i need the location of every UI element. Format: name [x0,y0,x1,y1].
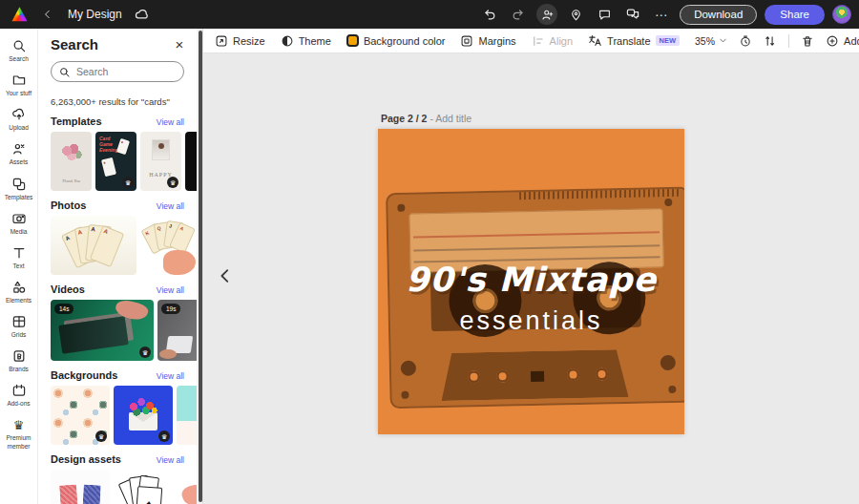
sidebar-item-text[interactable]: Text [0,240,38,274]
redo-icon[interactable] [508,4,529,25]
premium-crown-badge-icon [139,346,151,358]
view-all-design-assets-link[interactable]: View all [157,455,184,465]
video-thumb-card-shuffle[interactable]: 14s [51,300,154,361]
photo-thumb-fanned-cards[interactable]: A A A A [51,216,136,275]
background-color-swatch-icon [346,34,359,47]
add-collaborator-icon[interactable] [536,4,557,25]
template-thumb-happy[interactable]: HAPPY [140,132,181,191]
view-all-backgrounds-link[interactable]: View all [157,371,184,381]
view-all-photos-link[interactable]: View all [157,201,184,211]
sidebar-item-elements[interactable]: Elements [0,274,38,308]
app-logo-icon[interactable] [11,7,28,23]
search-input[interactable] [51,61,184,82]
resize-button[interactable]: Resize [215,34,265,48]
flowers-art [127,397,159,416]
asset-thumb-hand[interactable] [177,470,197,504]
video-thumb-laptop[interactable]: 19s [157,300,197,361]
timer-icon [739,34,752,48]
topbar-actions: Download Share [479,4,851,25]
sidebar-item-addons[interactable]: Add-ons [0,377,38,411]
premium-crown-badge-icon [122,177,134,188]
theme-button[interactable]: Theme [281,34,331,48]
add-circle-icon [826,34,839,48]
template-thumb-flower[interactable]: Thank You [51,132,92,191]
search-box [51,61,184,82]
comment-icon[interactable] [594,4,615,25]
toolbar-divider [788,34,789,48]
sidebar-item-your-stuff[interactable]: Your stuff [0,67,38,101]
photo-art [152,139,170,160]
margins-button[interactable]: Margins [460,34,515,48]
asset-thumb-bw-cards[interactable] [114,470,173,504]
sidebar-item-grids[interactable]: Grids [0,308,38,343]
hand-art [163,250,196,275]
artboard-subtitle-text[interactable]: essentials [378,306,684,336]
crown-icon [10,416,28,433]
design-artboard[interactable]: 90's Mixtape essentials [378,129,684,434]
results-count: 6,263,000+ results for "cards" [51,96,197,107]
sidebar-item-assets[interactable]: Assets [0,136,38,170]
document-title[interactable]: My Design [68,8,122,21]
search-icon [10,37,28,54]
sidebar-item-templates[interactable]: Templates [0,171,38,205]
translate-button[interactable]: Translate NEW [588,33,680,48]
premium-crown-badge-icon [95,430,107,442]
more-options-icon[interactable] [651,4,672,25]
section-title-templates: Templates [51,116,102,127]
sidebar-item-premium[interactable]: Premium member [0,411,38,453]
align-button[interactable]: Align [532,34,573,48]
app-root: My Design Download Sh [0,0,859,504]
arrange-icon [764,34,777,48]
hand-art [159,349,177,359]
premium-crown-badge-icon [167,177,178,188]
background-color-button[interactable]: Background color [346,34,446,47]
section-title-backgrounds: Backgrounds [51,369,117,381]
duration-button[interactable] [739,34,752,48]
chat-bubbles-icon[interactable] [622,4,643,25]
zoom-control[interactable]: 35% [695,35,727,47]
trash-icon [801,34,814,48]
media-icon [10,210,28,227]
background-thumb-envelope-flowers[interactable] [114,386,173,445]
page-label[interactable]: Page 2 / 2 - Add title [381,113,471,124]
sidebar-item-brands[interactable]: Brands [0,343,38,377]
user-avatar[interactable] [832,5,851,24]
videos-row: 14s 19s [51,300,197,361]
template-thumb-dark[interactable] [185,132,197,191]
panel-scrollbar-thumb[interactable] [199,31,202,502]
back-chevron-icon[interactable] [37,4,58,25]
section-title-videos: Videos [51,284,85,295]
design-assets-row [51,470,197,504]
asset-thumb-card-backs[interactable] [51,470,110,504]
hand-art [179,481,197,504]
close-icon[interactable] [172,37,187,52]
cloud-sync-icon[interactable] [132,4,153,25]
view-all-templates-link[interactable]: View all [157,117,184,127]
sidebar-item-upload[interactable]: Upload [0,101,38,136]
section-title-design-assets: Design assets [51,453,121,465]
template-thumb-card-game[interactable]: Card Game Evening ♦ ♦ [95,132,136,191]
panel-scrollbar[interactable] [197,29,203,504]
new-badge: NEW [656,35,681,46]
background-thumb-pattern[interactable] [51,386,110,445]
arrange-pages-button[interactable] [764,34,777,48]
location-pin-icon[interactable] [565,4,586,25]
sidebar-item-search[interactable]: Search [0,32,38,67]
undo-icon[interactable] [479,4,500,25]
view-all-videos-link[interactable]: View all [157,285,184,295]
flower-art [60,143,83,162]
previous-page-chevron-icon[interactable] [215,265,236,286]
delete-page-button[interactable] [801,34,814,48]
add-page-button[interactable]: Add [826,34,859,48]
download-button[interactable]: Download [680,5,757,25]
background-thumb-town[interactable] [177,386,197,445]
photo-thumb-hand-cards[interactable]: K Q J A [140,216,197,275]
artboard-title-text[interactable]: 90's Mixtape [378,261,684,299]
canvas-area: Resize Theme Background color Margins Al… [203,29,859,504]
share-button[interactable]: Share [765,5,825,25]
sidebar-item-media[interactable]: Media [0,205,38,240]
blue-card-back-art [81,483,102,504]
canvas-toolbar-right: 35% Add [695,34,859,48]
backgrounds-row [51,386,197,445]
theme-icon [281,34,294,48]
